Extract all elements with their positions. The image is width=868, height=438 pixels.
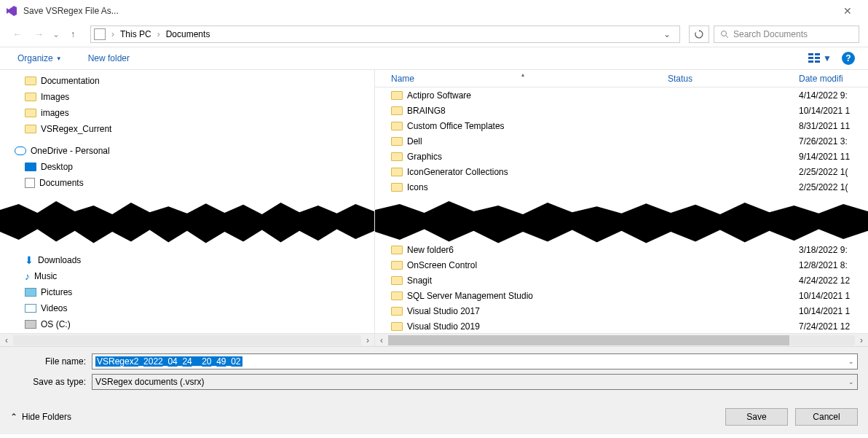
breadcrumb-dropdown[interactable]: ⌄ <box>658 29 676 39</box>
list-item[interactable]: Custom Office Templates8/31/2021 11 <box>375 118 868 133</box>
folder-icon <box>25 109 36 117</box>
breadcrumb-segment[interactable]: Documents <box>165 29 212 39</box>
window-title: Save VSRegex File As... <box>23 6 119 16</box>
tree-item[interactable]: Desktop <box>0 159 374 175</box>
folder-icon <box>391 246 403 254</box>
search-icon <box>720 30 729 39</box>
list-item[interactable]: Visual Studio 201710/14/2021 1 <box>375 303 868 318</box>
svg-rect-4 <box>808 60 813 63</box>
scroll-left-icon[interactable]: ‹ <box>0 335 13 345</box>
column-status[interactable]: Status <box>668 74 799 84</box>
list-item[interactable]: Visual Studio 20197/24/2021 12 <box>375 318 868 334</box>
list-item[interactable]: Icons2/25/2022 1( <box>375 179 868 195</box>
breadcrumb-segment[interactable]: This PC <box>119 29 153 39</box>
search-input[interactable]: Search Documents <box>714 26 859 43</box>
field-area: File name: VSRegex2_2022_04_24__20_49_02… <box>0 346 868 399</box>
cloud-icon <box>15 146 26 155</box>
list-item[interactable]: Dell7/26/2021 3: <box>375 133 868 149</box>
list-item[interactable]: IconGenerator Collections2/25/2022 1( <box>375 164 868 179</box>
location-icon <box>94 28 106 40</box>
new-folder-button[interactable]: New folder <box>84 50 134 66</box>
folder-icon <box>25 93 36 101</box>
tree-item[interactable]: ⬇Downloads <box>0 252 374 268</box>
tree-item[interactable]: Videos <box>0 300 374 316</box>
column-name[interactable]: ▴ Name <box>375 74 668 84</box>
tree-item[interactable]: Pictures <box>0 284 374 300</box>
folder-icon <box>391 137 403 146</box>
up-button[interactable]: ↑ <box>64 26 82 43</box>
list-item[interactable]: New folder63/18/2022 9: <box>375 242 868 257</box>
list-hscroll[interactable]: ‹ › <box>375 333 868 346</box>
chevron-right-icon[interactable]: › <box>154 29 163 39</box>
body: Documentation Images images VSRegex_Curr… <box>0 70 868 346</box>
hide-folders-button[interactable]: ⌃ Hide Folders <box>10 412 71 422</box>
back-button[interactable]: ← <box>9 26 26 43</box>
view-button[interactable]: ▼ <box>805 50 835 66</box>
filetype-value: VSRegex documents (.vsrx) <box>95 377 204 387</box>
folder-icon <box>391 106 403 115</box>
list-item[interactable]: SQL Server Management Studio10/14/2021 1 <box>375 288 868 303</box>
help-button[interactable]: ? <box>842 52 855 65</box>
tree-item[interactable]: Documentation <box>0 73 374 89</box>
list-header: ▴ Name Status Date modifi <box>375 70 868 87</box>
tree-item[interactable]: OS (C:) <box>0 316 374 332</box>
desktop-icon <box>25 163 36 171</box>
svg-line-1 <box>726 36 728 38</box>
toolbar: Organize ▼ New folder ▼ ? <box>0 47 868 70</box>
chevron-down-icon: ▼ <box>56 55 62 62</box>
nav-row: ← → ⌄ ↑ › This PC › Documents ⌄ Search D… <box>0 22 868 47</box>
folder-icon <box>391 168 403 176</box>
list-item[interactable]: BRAING810/14/2021 1 <box>375 103 868 118</box>
list-item[interactable]: Actipro Software4/14/2022 9: <box>375 87 868 103</box>
tree-item-onedrive[interactable]: OneDrive - Personal <box>0 143 374 159</box>
titlebar: Save VSRegex File As... ✕ <box>0 0 868 22</box>
list-pane: ▴ Name Status Date modifi Actipro Softwa… <box>375 70 868 346</box>
filename-value: VSRegex2_2022_04_24__20_49_02 <box>95 356 242 367</box>
app-icon <box>6 5 17 17</box>
search-placeholder: Search Documents <box>733 29 808 39</box>
cancel-button[interactable]: Cancel <box>795 408 858 426</box>
tree-item[interactable]: Images <box>0 89 374 105</box>
forward-button[interactable]: → <box>31 26 48 43</box>
folder-icon <box>391 307 403 316</box>
scroll-left-icon[interactable]: ‹ <box>375 335 388 345</box>
folder-icon <box>25 125 36 133</box>
svg-rect-5 <box>815 53 820 55</box>
tree-pane: Documentation Images images VSRegex_Curr… <box>0 70 375 346</box>
folder-icon <box>391 91 403 100</box>
tree-hscroll[interactable]: ‹ › <box>0 333 374 346</box>
filename-input[interactable]: VSRegex2_2022_04_24__20_49_02 ⌄ <box>92 353 858 369</box>
folder-icon <box>391 261 403 270</box>
download-icon: ⬇ <box>25 254 33 266</box>
list-item[interactable]: OnScreen Control12/8/2021 8: <box>375 257 868 273</box>
recent-dropdown[interactable]: ⌄ <box>52 29 60 39</box>
organize-button[interactable]: Organize ▼ <box>13 50 66 66</box>
scroll-right-icon[interactable]: › <box>361 335 374 345</box>
svg-rect-3 <box>808 57 813 59</box>
folder-icon <box>391 122 403 130</box>
folder-icon <box>391 292 403 300</box>
tree-item[interactable]: VSRegex_Current <box>0 121 374 137</box>
tree-item[interactable]: ♪Music <box>0 268 374 284</box>
list-item[interactable]: Snagit4/24/2022 12 <box>375 273 868 288</box>
scroll-right-icon[interactable]: › <box>855 335 868 345</box>
refresh-button[interactable] <box>689 26 709 43</box>
close-button[interactable]: ✕ <box>833 5 862 17</box>
disk-icon <box>25 320 36 329</box>
chevron-down-icon[interactable]: ⌄ <box>848 378 854 386</box>
save-button[interactable]: Save <box>725 408 788 426</box>
list-item[interactable]: Graphics9/14/2021 11 <box>375 149 868 164</box>
chevron-down-icon[interactable]: ⌄ <box>848 358 854 365</box>
filetype-select[interactable]: VSRegex documents (.vsrx) ⌄ <box>92 374 858 390</box>
folder-icon <box>391 276 403 285</box>
document-icon <box>25 178 35 188</box>
tree-item[interactable]: Documents <box>0 175 374 191</box>
tree-item[interactable]: images <box>0 105 374 121</box>
folder-icon <box>391 322 403 331</box>
chevron-up-icon: ⌃ <box>10 412 17 422</box>
breadcrumb-bar[interactable]: › This PC › Documents ⌄ <box>90 26 680 43</box>
pictures-icon <box>25 288 36 297</box>
chevron-right-icon[interactable]: › <box>108 29 117 39</box>
svg-rect-6 <box>815 57 820 59</box>
column-date[interactable]: Date modifi <box>799 74 868 84</box>
